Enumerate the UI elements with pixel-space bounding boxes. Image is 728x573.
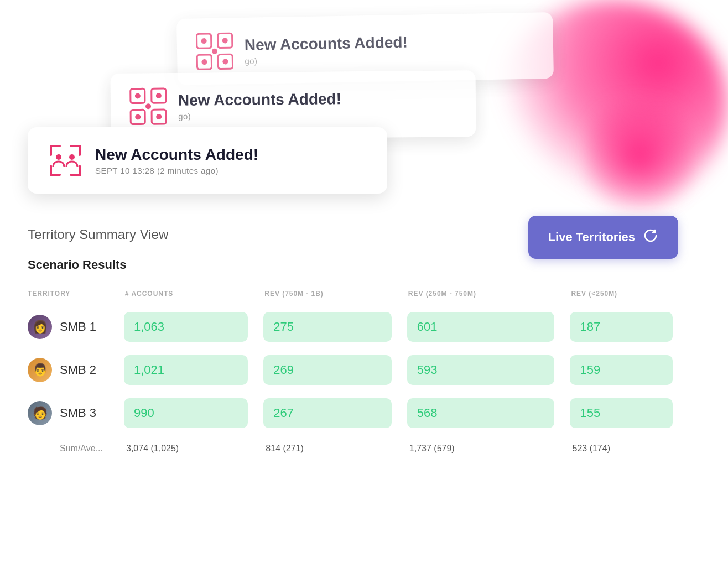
row3-avatar: 🧑 bbox=[28, 401, 52, 425]
row1-rev-low-value: 187 bbox=[570, 312, 673, 342]
sum-accounts: 3,074 (1,025) bbox=[116, 437, 256, 460]
sum-rev-mid: 1,737 (579) bbox=[399, 437, 563, 460]
col-territory: TERRITORY bbox=[28, 290, 116, 303]
row2-rev-high-cell: 269 bbox=[256, 351, 399, 389]
live-territories-label: Live Territories bbox=[548, 230, 635, 244]
table-row: 👨 SMB 2 1,021 269 593 bbox=[28, 351, 680, 389]
svg-point-14 bbox=[156, 93, 162, 98]
notif-title-front: New Accounts Added! bbox=[95, 145, 258, 164]
svg-point-16 bbox=[156, 114, 162, 119]
row3-rev-high-cell: 267 bbox=[256, 394, 399, 433]
svg-point-18 bbox=[56, 154, 61, 160]
row1-rev-low-cell: 187 bbox=[562, 308, 680, 346]
row2-accounts-cell: 1,021 bbox=[116, 351, 256, 389]
pink-blob-mid-right bbox=[584, 100, 695, 210]
scenario-results-label: Scenario Results bbox=[28, 258, 680, 272]
row3-rev-low-value: 155 bbox=[570, 398, 673, 428]
row3-accounts-value: 990 bbox=[124, 398, 248, 428]
row2-rev-low-cell: 159 bbox=[562, 351, 680, 389]
svg-point-13 bbox=[135, 93, 141, 98]
row2-rev-mid-value: 593 bbox=[407, 355, 555, 385]
row2-accounts-value: 1,021 bbox=[124, 355, 248, 385]
row3-territory-name: SMB 3 bbox=[60, 406, 96, 420]
notification-card-front: New Accounts Added! SEPT 10 13:28 (2 min… bbox=[28, 127, 387, 194]
sum-rev-high: 814 (271) bbox=[256, 437, 399, 460]
main-panel: Territory Summary View Scenario Results … bbox=[28, 227, 680, 465]
notif-title-back1: New Accounts Added! bbox=[178, 90, 341, 110]
col-rev-low: REV (<250M) bbox=[562, 290, 680, 303]
row3-rev-low-cell: 155 bbox=[562, 394, 680, 433]
svg-point-19 bbox=[69, 154, 75, 160]
row2-rev-mid-cell: 593 bbox=[399, 351, 563, 389]
notification-text-back2: New Accounts Added! go) bbox=[245, 33, 408, 66]
row1-avatar: 👩 bbox=[28, 315, 52, 339]
notif-subtitle-back2: go) bbox=[245, 54, 408, 66]
row3-accounts-cell: 990 bbox=[116, 394, 256, 433]
row3-rev-mid-value: 568 bbox=[407, 398, 555, 428]
col-rev-mid: REV (250M - 750M) bbox=[399, 290, 563, 303]
col-rev-high: REV (750M - 1B) bbox=[256, 290, 399, 303]
notif-subtitle-front: SEPT 10 13:28 (2 minutes ago) bbox=[95, 166, 258, 175]
table-header-row: TERRITORY # ACCOUNTS REV (750M - 1B) REV… bbox=[28, 290, 680, 303]
svg-point-6 bbox=[201, 59, 207, 65]
row1-rev-mid-cell: 601 bbox=[399, 308, 563, 346]
row2-avatar: 👨 bbox=[28, 358, 52, 382]
row1-identity-cell: 👩 SMB 1 bbox=[28, 308, 116, 346]
notification-text-front: New Accounts Added! SEPT 10 13:28 (2 min… bbox=[95, 145, 258, 176]
svg-point-15 bbox=[135, 114, 141, 119]
notif-subtitle-back1: go) bbox=[178, 111, 341, 122]
notification-text-back1: New Accounts Added! go) bbox=[178, 90, 342, 121]
row1-rev-mid-value: 601 bbox=[407, 312, 555, 342]
row2-rev-high-value: 269 bbox=[263, 355, 391, 385]
results-table: TERRITORY # ACCOUNTS REV (750M - 1B) REV… bbox=[28, 285, 680, 465]
row3-rev-high-value: 267 bbox=[263, 398, 391, 428]
notif-title-back2: New Accounts Added! bbox=[245, 33, 408, 54]
row1-rev-high-cell: 275 bbox=[256, 308, 399, 346]
sum-label: Sum/Ave... bbox=[28, 437, 116, 460]
row3-identity-cell: 🧑 SMB 3 bbox=[28, 394, 116, 433]
accounts-icon-front bbox=[45, 140, 85, 180]
svg-point-5 bbox=[222, 38, 228, 43]
row3-rev-mid-cell: 568 bbox=[399, 394, 563, 433]
row2-identity-cell: 👨 SMB 2 bbox=[28, 351, 116, 389]
svg-point-4 bbox=[201, 38, 207, 44]
refresh-icon bbox=[643, 228, 658, 247]
live-territories-button[interactable]: Live Territories bbox=[528, 216, 678, 259]
table-row: 👩 SMB 1 1,063 275 601 bbox=[28, 308, 680, 346]
row1-rev-high-value: 275 bbox=[263, 312, 391, 342]
accounts-icon-back1 bbox=[128, 86, 169, 127]
row1-accounts-cell: 1,063 bbox=[116, 308, 256, 346]
table-row: 🧑 SMB 3 990 267 568 1 bbox=[28, 394, 680, 433]
row2-territory-name: SMB 2 bbox=[60, 363, 96, 377]
svg-point-17 bbox=[145, 103, 151, 109]
svg-point-7 bbox=[222, 59, 228, 64]
row1-accounts-value: 1,063 bbox=[124, 312, 248, 342]
row1-territory-name: SMB 1 bbox=[60, 320, 96, 334]
sum-row: Sum/Ave... 3,074 (1,025) 814 (271) 1,737… bbox=[28, 437, 680, 460]
svg-point-8 bbox=[212, 49, 217, 54]
sum-rev-low: 523 (174) bbox=[562, 437, 680, 460]
col-accounts: # ACCOUNTS bbox=[116, 290, 256, 303]
row2-rev-low-value: 159 bbox=[570, 355, 673, 385]
accounts-icon-back2 bbox=[194, 31, 235, 71]
